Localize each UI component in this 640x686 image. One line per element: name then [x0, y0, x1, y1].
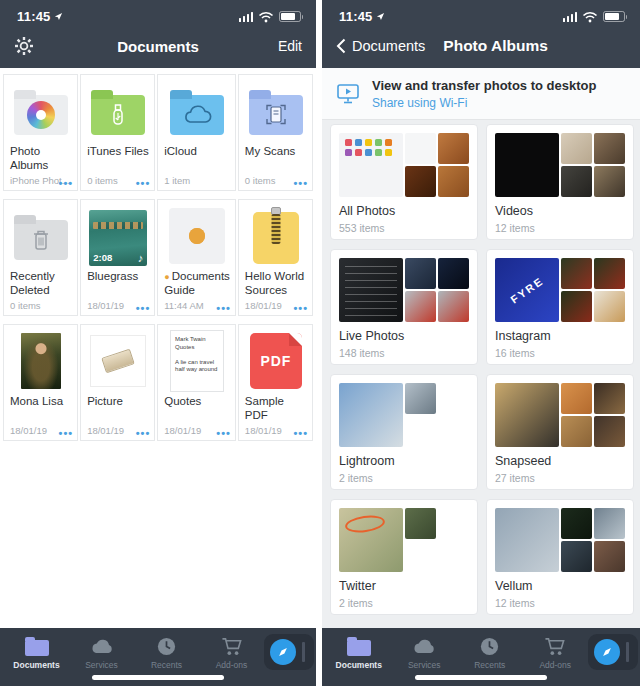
- status-time: 11:45: [339, 9, 373, 24]
- album-collage: [495, 508, 625, 572]
- pill-divider: [302, 642, 305, 662]
- pill-divider: [626, 642, 629, 662]
- battery-icon: [279, 11, 301, 22]
- tab-documents[interactable]: Documents: [326, 635, 392, 670]
- album-cover: [495, 508, 559, 572]
- monitor-play-icon: [336, 83, 360, 105]
- file-cell[interactable]: Hello World Sources 18/01/19 •••: [238, 199, 313, 316]
- more-options-button[interactable]: •••: [136, 177, 151, 189]
- more-options-button[interactable]: •••: [216, 302, 231, 314]
- battery-icon: [603, 11, 625, 22]
- tab-bar: Documents Services Recents Add-ons: [0, 628, 316, 686]
- album-card[interactable]: Vellum 12 items: [486, 499, 634, 615]
- album-thumb-empty: [438, 416, 469, 447]
- more-options-button[interactable]: •••: [216, 427, 231, 439]
- file-cell[interactable]: Mona Lisa 18/01/19 •••: [3, 324, 78, 441]
- file-cell[interactable]: My Scans 0 items •••: [238, 74, 313, 191]
- file-cell[interactable]: iTunes Files 0 items •••: [80, 74, 155, 191]
- banner-title: View and transfer photos to desktop: [372, 78, 596, 93]
- back-button[interactable]: Documents: [336, 38, 425, 54]
- album-thumb: [561, 133, 592, 164]
- screenshot-divider: [316, 0, 322, 686]
- album-name: Live Photos: [339, 329, 469, 343]
- album-thumb: [405, 383, 436, 414]
- tab-add-ons[interactable]: Add-ons: [199, 635, 264, 670]
- browser-pill[interactable]: [588, 634, 638, 670]
- album-collage: [495, 383, 625, 447]
- home-indicator[interactable]: [92, 675, 224, 680]
- file-name: Quotes: [164, 395, 230, 409]
- file-meta: 18/01/19: [10, 425, 47, 436]
- album-thumb: [594, 133, 625, 164]
- tab-services[interactable]: Services: [69, 635, 134, 670]
- file-cell[interactable]: PDF Sample PDF 18/01/19 •••: [238, 324, 313, 441]
- album-collage: [339, 383, 469, 447]
- file-cell[interactable]: ●Documents Guide 11:44 AM •••: [157, 199, 236, 316]
- browser-pill[interactable]: [264, 634, 314, 670]
- album-thumb: [438, 133, 469, 164]
- more-options-button[interactable]: •••: [59, 427, 74, 439]
- more-options-button[interactable]: •••: [293, 177, 308, 189]
- status-bar: 11:45: [0, 0, 316, 26]
- more-options-button[interactable]: •••: [293, 302, 308, 314]
- chevron-left-icon: [336, 38, 346, 54]
- album-card[interactable]: Videos 12 items: [486, 124, 634, 240]
- file-cell[interactable]: Picture 18/01/19 •••: [80, 324, 155, 441]
- tab-documents[interactable]: Documents: [4, 635, 69, 670]
- wifi-icon: [258, 11, 274, 23]
- album-card[interactable]: FYRE Instagram 16 items: [486, 249, 634, 365]
- itunes-folder-icon: [91, 87, 145, 135]
- file-cell[interactable]: Photo Albums iPhone Phot... •••: [3, 74, 78, 191]
- album-thumb: [405, 291, 436, 322]
- tab-add-ons[interactable]: Add-ons: [523, 635, 589, 670]
- album-thumb: [594, 383, 625, 414]
- more-options-button[interactable]: •••: [293, 427, 308, 439]
- home-indicator[interactable]: [415, 675, 547, 680]
- more-options-button[interactable]: •••: [136, 427, 151, 439]
- recents-clock-icon: [479, 635, 500, 657]
- more-options-button[interactable]: •••: [59, 177, 74, 189]
- tab-services[interactable]: Services: [392, 635, 458, 670]
- share-wifi-link[interactable]: Share using Wi-Fi: [372, 96, 596, 110]
- album-thumb: [594, 541, 625, 572]
- file-meta: 18/01/19: [87, 300, 124, 311]
- file-name: iTunes Files: [87, 145, 149, 159]
- file-name: Mona Lisa: [10, 395, 72, 409]
- album-thumb: [561, 166, 592, 197]
- file-name: Hello World Sources: [245, 270, 307, 297]
- album-name: All Photos: [339, 204, 469, 218]
- icloud-folder-icon: [170, 87, 224, 135]
- services-cloud-icon: [89, 635, 115, 657]
- file-cell[interactable]: Recently Deleted 0 items: [3, 199, 78, 316]
- album-count: 553 items: [339, 222, 469, 234]
- file-cell[interactable]: iCloud 1 item: [157, 74, 236, 191]
- album-thumb: [438, 166, 469, 197]
- album-card[interactable]: Twitter 2 items: [330, 499, 478, 615]
- file-meta: 0 items: [87, 175, 118, 186]
- album-collage: [495, 133, 625, 197]
- status-bar: 11:45: [322, 0, 640, 26]
- album-card[interactable]: Live Photos 148 items: [330, 249, 478, 365]
- file-name: Photo Albums: [10, 145, 72, 172]
- audio-thumbnail-icon: 2:08♪: [89, 206, 147, 266]
- nav-bar: Documents Photo Albums: [322, 26, 640, 66]
- file-cell[interactable]: 2:08♪ Bluegrass 18/01/19 •••: [80, 199, 155, 316]
- tab-recents[interactable]: Recents: [134, 635, 199, 670]
- album-card[interactable]: Snapseed 27 items: [486, 374, 634, 490]
- file-cell[interactable]: Mark Twain QuotesA lie can travel half w…: [157, 324, 236, 441]
- album-name: Lightroom: [339, 454, 469, 468]
- album-thumb: [594, 416, 625, 447]
- album-card[interactable]: Lightroom 2 items: [330, 374, 478, 490]
- nav-bar: Documents Edit: [0, 26, 316, 66]
- album-count: 16 items: [495, 347, 625, 359]
- tab-recents[interactable]: Recents: [457, 635, 523, 670]
- album-card[interactable]: All Photos 553 items: [330, 124, 478, 240]
- album-thumb-empty: [438, 508, 469, 539]
- file-meta: 18/01/19: [245, 300, 282, 311]
- more-options-button[interactable]: •••: [136, 302, 151, 314]
- location-arrow-icon: [54, 12, 63, 21]
- back-label: Documents: [352, 38, 425, 54]
- documents-folder-icon: [25, 635, 49, 657]
- album-cover: [339, 508, 403, 572]
- album-cover: [339, 133, 403, 197]
